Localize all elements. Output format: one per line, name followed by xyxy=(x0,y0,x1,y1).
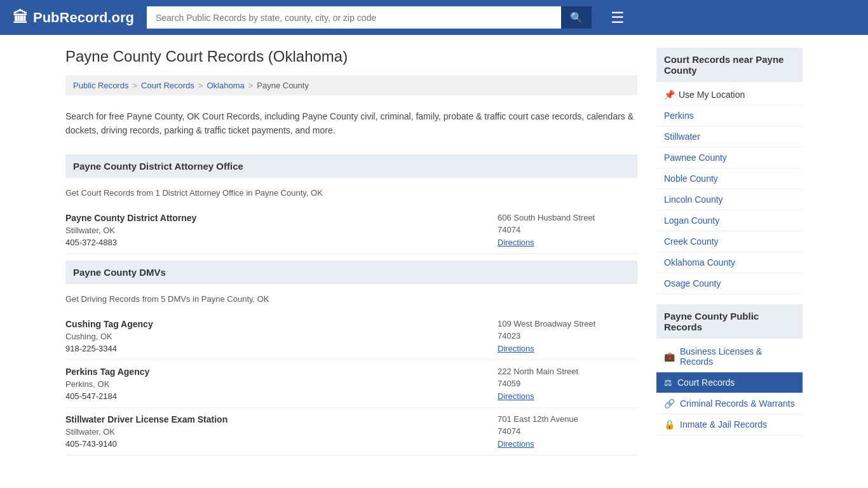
record-city-perkins: Perkins, OK xyxy=(65,379,149,389)
directions-link-da[interactable]: Directions xyxy=(498,238,534,247)
record-zip-stillwater: 74074 xyxy=(498,426,637,436)
record-right-perkins: 222 North Main Street 74059 Directions xyxy=(498,367,637,401)
logo-link[interactable]: 🏛 PubRecord.org xyxy=(13,9,134,27)
sidebar-pub-criminal-label: Criminal Records & Warrants xyxy=(680,398,795,409)
record-entry-da: Payne County District Attorney Stillwate… xyxy=(65,207,637,254)
sidebar-item-oklahoma[interactable]: Oklahoma County xyxy=(656,252,803,273)
record-name-perkins: Perkins Tag Agency xyxy=(65,367,149,377)
record-phone-perkins: 405-547-2184 xyxy=(65,391,149,401)
page-title: Payne County Court Records (Oklahoma) xyxy=(65,48,637,65)
search-button[interactable]: 🔍 xyxy=(561,6,592,29)
scales-icon: ⚖ xyxy=(664,377,672,388)
sidebar-pub-court-label: Court Records xyxy=(677,377,735,388)
record-left-cushing: Cushing Tag Agency Cushing, OK 918-225-3… xyxy=(65,319,153,353)
record-right-da: 606 South Husband Street 74074 Direction… xyxy=(498,213,637,247)
section-desc-dmv: Get Driving Records from 5 DMVs in Payne… xyxy=(65,290,637,313)
breadcrumb: Public Records > Court Records > Oklahom… xyxy=(65,76,637,95)
section-header-da: Payne County District Attorney Office xyxy=(65,154,637,178)
logo-icon: 🏛 xyxy=(13,9,28,27)
directions-link-stillwater[interactable]: Directions xyxy=(498,439,534,449)
record-right-cushing: 109 West Broadway Street 74023 Direction… xyxy=(498,319,637,353)
record-zip-perkins: 74059 xyxy=(498,379,637,388)
sidebar-use-location[interactable]: 📌 Use My Location xyxy=(656,85,803,105)
record-name-da: Payne County District Attorney xyxy=(65,213,196,223)
section-desc-da: Get Court Records from 1 District Attorn… xyxy=(65,184,637,207)
breadcrumb-public-records[interactable]: Public Records xyxy=(73,81,128,90)
record-address-da: 606 South Husband Street xyxy=(498,213,637,222)
search-area: 🔍 xyxy=(147,6,592,29)
breadcrumb-payne-county: Payne County xyxy=(257,81,309,90)
breadcrumb-sep-1: > xyxy=(132,81,137,90)
location-icon: 📌 xyxy=(664,90,675,100)
breadcrumb-sep-2: > xyxy=(198,81,203,90)
record-left-perkins: Perkins Tag Agency Perkins, OK 405-547-2… xyxy=(65,367,149,401)
search-input[interactable] xyxy=(147,6,561,29)
sidebar-item-creek[interactable]: Creek County xyxy=(656,231,803,252)
record-zip-cushing: 74023 xyxy=(498,331,637,341)
sidebar-item-lincoln[interactable]: Lincoln County xyxy=(656,189,803,210)
record-left-da: Payne County District Attorney Stillwate… xyxy=(65,213,196,247)
breadcrumb-sep-3: > xyxy=(248,81,254,90)
site-header: 🏛 PubRecord.org 🔍 ☰ xyxy=(0,0,868,35)
menu-icon: ☰ xyxy=(611,9,625,26)
record-city-da: Stillwater, OK xyxy=(65,226,196,235)
record-entry-stillwater: Stillwater Driver License Exam Station S… xyxy=(65,408,637,456)
record-name-cushing: Cushing Tag Agency xyxy=(65,319,153,329)
record-phone-cushing: 918-225-3344 xyxy=(65,344,153,353)
intro-text: Search for free Payne County, OK Court R… xyxy=(65,103,637,148)
record-left-stillwater: Stillwater Driver License Exam Station S… xyxy=(65,414,227,449)
sidebar-item-osage[interactable]: Osage County xyxy=(656,273,803,294)
record-name-stillwater: Stillwater Driver License Exam Station xyxy=(65,414,227,424)
use-location-label: Use My Location xyxy=(679,90,745,100)
lock-icon: 🔒 xyxy=(664,419,675,430)
sidebar: Court Records near Payne County 📌 Use My… xyxy=(656,48,803,456)
record-phone-stillwater: 405-743-9140 xyxy=(65,439,227,449)
sidebar-pub-criminal[interactable]: 🔗 Criminal Records & Warrants xyxy=(656,393,803,414)
sidebar-nearby-header: Court Records near Payne County xyxy=(656,48,803,82)
link-icon: 🔗 xyxy=(664,398,675,409)
record-entry-cushing: Cushing Tag Agency Cushing, OK 918-225-3… xyxy=(65,313,637,360)
record-city-cushing: Cushing, OK xyxy=(65,332,153,341)
sidebar-pub-business[interactable]: 💼 Business Licenses & Records xyxy=(656,341,803,372)
sidebar-item-noble[interactable]: Noble County xyxy=(656,168,803,189)
sidebar-pub-records-header: Payne County Public Records xyxy=(656,304,803,339)
record-address-perkins: 222 North Main Street xyxy=(498,367,637,376)
directions-link-cushing[interactable]: Directions xyxy=(498,344,534,353)
content-area: Payne County Court Records (Oklahoma) Pu… xyxy=(65,48,637,456)
sidebar-pub-business-label: Business Licenses & Records xyxy=(680,346,795,367)
record-address-cushing: 109 West Broadway Street xyxy=(498,319,637,329)
record-phone-da: 405-372-4883 xyxy=(65,238,196,247)
sidebar-pub-inmate-label: Inmate & Jail Records xyxy=(680,419,767,430)
record-entry-perkins: Perkins Tag Agency Perkins, OK 405-547-2… xyxy=(65,360,637,408)
section-header-dmv: Payne County DMVs xyxy=(65,261,637,284)
sidebar-pub-court[interactable]: ⚖ Court Records xyxy=(656,372,803,393)
search-icon: 🔍 xyxy=(570,12,583,23)
breadcrumb-court-records[interactable]: Court Records xyxy=(141,81,194,90)
directions-link-perkins[interactable]: Directions xyxy=(498,391,534,401)
record-zip-da: 74074 xyxy=(498,225,637,234)
main-container: Payne County Court Records (Oklahoma) Pu… xyxy=(53,35,815,468)
sidebar-item-perkins[interactable]: Perkins xyxy=(656,105,803,126)
breadcrumb-oklahoma[interactable]: Oklahoma xyxy=(207,81,244,90)
record-right-stillwater: 701 East 12th Avenue 74074 Directions xyxy=(498,414,637,449)
sidebar-public-records: Payne County Public Records 💼 Business L… xyxy=(656,304,803,435)
sidebar-pub-inmate[interactable]: 🔒 Inmate & Jail Records xyxy=(656,414,803,435)
briefcase-icon: 💼 xyxy=(664,351,675,362)
logo-text: PubRecord.org xyxy=(33,10,134,26)
sidebar-item-logan[interactable]: Logan County xyxy=(656,210,803,231)
menu-button[interactable]: ☰ xyxy=(611,9,625,27)
sidebar-item-stillwater[interactable]: Stillwater xyxy=(656,126,803,147)
record-city-stillwater: Stillwater, OK xyxy=(65,427,227,437)
record-address-stillwater: 701 East 12th Avenue xyxy=(498,414,637,424)
sidebar-item-pawnee[interactable]: Pawnee County xyxy=(656,147,803,168)
